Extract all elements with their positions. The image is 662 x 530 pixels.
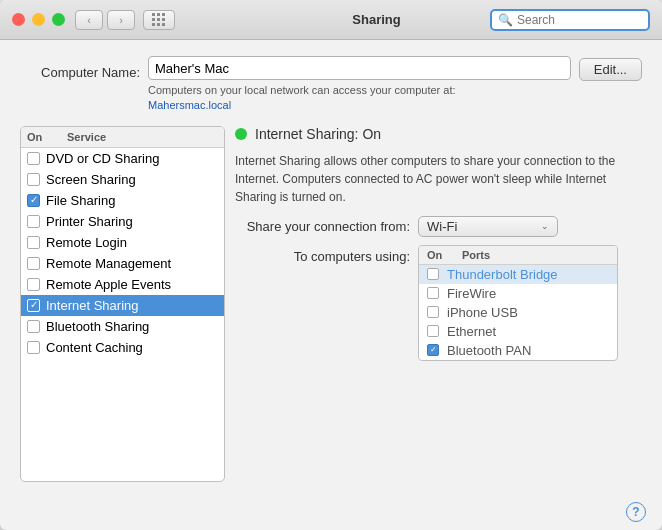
port-label-iphone: iPhone USB bbox=[447, 305, 518, 320]
computer-name-row: Computer Name: Computers on your local n… bbox=[20, 56, 642, 114]
main-panel: On Service DVD or CD Sharing Screen Shar… bbox=[20, 126, 642, 482]
service-item-remote-apple[interactable]: Remote Apple Events bbox=[21, 274, 224, 295]
service-item-remote-login[interactable]: Remote Login bbox=[21, 232, 224, 253]
sharing-options: Share your connection from: Wi-Fi ⌄ To c… bbox=[235, 216, 642, 361]
ports-table: On Ports Thunderbolt Bridge FireWire bbox=[418, 245, 618, 361]
port-label-firewire: FireWire bbox=[447, 286, 496, 301]
service-label-remote-login: Remote Login bbox=[46, 235, 127, 250]
service-item-dvd[interactable]: DVD or CD Sharing bbox=[21, 148, 224, 169]
content-area: Computer Name: Computers on your local n… bbox=[0, 40, 662, 498]
port-label-bluetooth-pan: Bluetooth PAN bbox=[447, 343, 531, 358]
share-from-row: Share your connection from: Wi-Fi ⌄ bbox=[235, 216, 642, 237]
maximize-button[interactable] bbox=[52, 13, 65, 26]
status-dot bbox=[235, 128, 247, 140]
chevron-down-icon: ⌄ bbox=[541, 221, 549, 231]
checkbox-file[interactable] bbox=[27, 194, 40, 207]
share-from-dropdown[interactable]: Wi-Fi ⌄ bbox=[418, 216, 558, 237]
service-label-internet: Internet Sharing bbox=[46, 298, 139, 313]
port-item-iphone[interactable]: iPhone USB bbox=[419, 303, 617, 322]
service-list-header: On Service bbox=[21, 127, 224, 148]
service-item-content[interactable]: Content Caching bbox=[21, 337, 224, 358]
bottom-bar: ? bbox=[0, 498, 662, 530]
port-checkbox-thunderbolt[interactable] bbox=[427, 268, 439, 280]
checkbox-printer[interactable] bbox=[27, 215, 40, 228]
description-text: Internet Sharing allows other computers … bbox=[235, 152, 642, 206]
service-item-file[interactable]: File Sharing bbox=[21, 190, 224, 211]
computer-name-input[interactable] bbox=[148, 56, 571, 80]
port-checkbox-bluetooth-pan[interactable] bbox=[427, 344, 439, 356]
service-label-content: Content Caching bbox=[46, 340, 143, 355]
service-item-remote-mgmt[interactable]: Remote Management bbox=[21, 253, 224, 274]
checkbox-dvd[interactable] bbox=[27, 152, 40, 165]
checkbox-screen[interactable] bbox=[27, 173, 40, 186]
service-label-dvd: DVD or CD Sharing bbox=[46, 151, 159, 166]
port-label-thunderbolt: Thunderbolt Bridge bbox=[447, 267, 558, 282]
to-computers-label: To computers using: bbox=[235, 245, 410, 264]
port-item-ethernet[interactable]: Ethernet bbox=[419, 322, 617, 341]
grid-button[interactable] bbox=[143, 10, 175, 30]
window-controls bbox=[12, 13, 65, 26]
header-service: Service bbox=[67, 131, 218, 143]
ports-header-name: Ports bbox=[462, 249, 609, 261]
search-input[interactable] bbox=[517, 13, 637, 27]
ports-header: On Ports bbox=[419, 246, 617, 265]
service-item-screen[interactable]: Screen Sharing bbox=[21, 169, 224, 190]
minimize-button[interactable] bbox=[32, 13, 45, 26]
computer-name-hint: Computers on your local network can acce… bbox=[148, 83, 571, 114]
status-label: Internet Sharing: On bbox=[255, 126, 381, 142]
checkbox-remote-apple[interactable] bbox=[27, 278, 40, 291]
checkbox-internet[interactable] bbox=[27, 299, 40, 312]
port-item-firewire[interactable]: FireWire bbox=[419, 284, 617, 303]
nav-buttons: ‹ › bbox=[75, 10, 135, 30]
back-button[interactable]: ‹ bbox=[75, 10, 103, 30]
service-item-internet[interactable]: Internet Sharing bbox=[21, 295, 224, 316]
edit-button[interactable]: Edit... bbox=[579, 58, 642, 81]
share-from-value: Wi-Fi bbox=[427, 219, 457, 234]
service-label-remote-mgmt: Remote Management bbox=[46, 256, 171, 271]
service-label-screen: Screen Sharing bbox=[46, 172, 136, 187]
checkbox-content[interactable] bbox=[27, 341, 40, 354]
status-line: Internet Sharing: On bbox=[235, 126, 642, 142]
ports-header-on: On bbox=[427, 249, 462, 261]
search-box[interactable]: 🔍 bbox=[490, 9, 650, 31]
checkbox-bluetooth[interactable] bbox=[27, 320, 40, 333]
computer-name-right: Computers on your local network can acce… bbox=[148, 56, 571, 114]
port-checkbox-iphone[interactable] bbox=[427, 306, 439, 318]
computer-name-label: Computer Name: bbox=[20, 60, 140, 80]
right-panel: Internet Sharing: On Internet Sharing al… bbox=[235, 126, 642, 482]
header-on: On bbox=[27, 131, 67, 143]
service-list: On Service DVD or CD Sharing Screen Shar… bbox=[20, 126, 225, 482]
grid-icon bbox=[152, 13, 166, 27]
main-window: ‹ › Sharing 🔍 Computer Name: Comp bbox=[0, 0, 662, 530]
help-button[interactable]: ? bbox=[626, 502, 646, 522]
service-label-remote-apple: Remote Apple Events bbox=[46, 277, 171, 292]
close-button[interactable] bbox=[12, 13, 25, 26]
port-item-bluetooth-pan[interactable]: Bluetooth PAN bbox=[419, 341, 617, 360]
port-checkbox-ethernet[interactable] bbox=[427, 325, 439, 337]
service-label-bluetooth: Bluetooth Sharing bbox=[46, 319, 149, 334]
search-icon: 🔍 bbox=[498, 13, 513, 27]
checkbox-remote-mgmt[interactable] bbox=[27, 257, 40, 270]
service-label-file: File Sharing bbox=[46, 193, 115, 208]
port-checkbox-firewire[interactable] bbox=[427, 287, 439, 299]
title-bar: ‹ › Sharing 🔍 bbox=[0, 0, 662, 40]
ports-container: To computers using: On Ports Thunderbolt… bbox=[235, 245, 642, 361]
share-from-label: Share your connection from: bbox=[235, 219, 410, 234]
checkbox-remote-login[interactable] bbox=[27, 236, 40, 249]
local-link[interactable]: Mahersmac.local bbox=[148, 99, 231, 111]
port-label-ethernet: Ethernet bbox=[447, 324, 496, 339]
service-label-printer: Printer Sharing bbox=[46, 214, 133, 229]
service-item-printer[interactable]: Printer Sharing bbox=[21, 211, 224, 232]
forward-button[interactable]: › bbox=[107, 10, 135, 30]
port-item-thunderbolt[interactable]: Thunderbolt Bridge bbox=[419, 265, 617, 284]
service-item-bluetooth[interactable]: Bluetooth Sharing bbox=[21, 316, 224, 337]
